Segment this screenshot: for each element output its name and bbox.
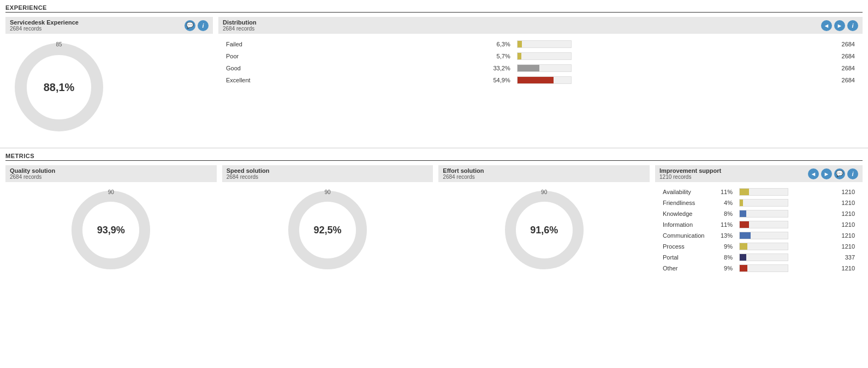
dist-bar bbox=[514, 38, 772, 50]
distribution-body: Failed 6,3% 2684 Poor 5,7% 2684 Good 33,… bbox=[218, 34, 863, 91]
dist-label: Failed bbox=[223, 38, 395, 50]
servicedesk-percentage: 88,1% bbox=[44, 81, 75, 94]
metrics-row: Quality solution 2684 records 93,9% 90 bbox=[5, 165, 863, 278]
improv-pct: 9% bbox=[714, 263, 736, 274]
improv-row: Availability 11% 1210 bbox=[659, 186, 858, 197]
improvement-table: Availability 11% 1210 Friendliness 4% 12… bbox=[659, 186, 858, 274]
improv-label: Availability bbox=[659, 186, 714, 197]
improv-comment-icon[interactable]: 💬 bbox=[834, 168, 845, 179]
effort-records: 2684 records bbox=[443, 174, 484, 180]
distribution-icons: ◄ ► i bbox=[821, 20, 858, 31]
experience-section: EXPERIENCE Servicedesk Experience 2684 r… bbox=[0, 0, 868, 148]
effort-marker: 90 bbox=[541, 189, 547, 195]
info-icon[interactable]: i bbox=[198, 20, 209, 31]
quality-body: 93,9% 90 bbox=[5, 182, 217, 278]
improv-bar bbox=[736, 263, 836, 274]
improv-bar bbox=[736, 219, 836, 230]
dist-back-icon[interactable]: ◄ bbox=[821, 20, 832, 31]
speed-records: 2684 records bbox=[227, 174, 270, 180]
distribution-card-header: Distribution 2684 records ◄ ► i bbox=[218, 17, 863, 34]
effort-body: 91,6% 90 bbox=[438, 182, 650, 278]
dist-forward-icon[interactable]: ► bbox=[834, 20, 845, 31]
improv-label: Portal bbox=[659, 252, 714, 263]
dist-bar bbox=[514, 74, 772, 86]
speed-body: 92,5% 90 bbox=[222, 182, 433, 278]
dist-count: 2684 bbox=[772, 74, 858, 86]
improv-label: Other bbox=[659, 263, 714, 274]
servicedesk-icons: 💬 i bbox=[185, 20, 209, 31]
improv-row: Communication 13% 1210 bbox=[659, 230, 858, 241]
improv-pct: 8% bbox=[714, 252, 736, 263]
distribution-records: 2684 records bbox=[223, 26, 257, 32]
dist-bar bbox=[514, 62, 772, 74]
dist-bar bbox=[514, 50, 772, 62]
quality-donut: 93,9% 90 bbox=[67, 186, 154, 274]
dist-label: Poor bbox=[223, 50, 395, 62]
servicedesk-records: 2684 records bbox=[10, 26, 79, 32]
speed-marker: 90 bbox=[324, 189, 330, 195]
improv-label: Knowledge bbox=[659, 208, 714, 219]
improv-bar bbox=[736, 208, 836, 219]
dist-count: 2684 bbox=[772, 38, 858, 50]
improv-info-icon[interactable]: i bbox=[847, 168, 858, 179]
improv-label: Communication bbox=[659, 230, 714, 241]
experience-header: EXPERIENCE bbox=[5, 4, 863, 13]
improvement-card-header: Improvement support 1210 records ◄ ► 💬 i bbox=[655, 165, 863, 182]
distribution-title: Distribution bbox=[223, 19, 257, 26]
servicedesk-donut: 88,1% 85 bbox=[10, 38, 108, 136]
effort-percentage: 91,6% bbox=[530, 225, 558, 236]
improv-pct: 11% bbox=[714, 219, 736, 230]
effort-title: Effort solution bbox=[443, 167, 484, 174]
effort-card: Effort solution 2684 records 91,6% 90 bbox=[438, 165, 650, 278]
dist-label: Good bbox=[223, 62, 395, 74]
speed-percentage: 92,5% bbox=[313, 225, 341, 236]
improv-count: 1210 bbox=[836, 219, 858, 230]
improv-bar bbox=[736, 186, 836, 197]
servicedesk-card-header: Servicedesk Experience 2684 records 💬 i bbox=[5, 17, 213, 34]
improv-pct: 13% bbox=[714, 230, 736, 241]
effort-card-header: Effort solution 2684 records bbox=[438, 165, 650, 182]
improvement-card: Improvement support 1210 records ◄ ► 💬 i… bbox=[655, 165, 863, 278]
experience-row: Servicedesk Experience 2684 records 💬 i bbox=[5, 17, 863, 142]
metrics-section: METRICS Quality solution 2684 records bbox=[0, 148, 868, 283]
improv-row: Other 9% 1210 bbox=[659, 263, 858, 274]
servicedesk-body: 88,1% 85 bbox=[5, 34, 213, 142]
speed-title: Speed solution bbox=[227, 167, 270, 174]
improv-pct: 11% bbox=[714, 186, 736, 197]
improv-count: 1210 bbox=[836, 263, 858, 274]
dist-info-icon[interactable]: i bbox=[847, 20, 858, 31]
improv-label: Process bbox=[659, 241, 714, 252]
servicedesk-card: Servicedesk Experience 2684 records 💬 i bbox=[5, 17, 213, 142]
quality-title: Quality solution bbox=[10, 167, 55, 174]
dist-pct: 54,9% bbox=[395, 74, 514, 86]
improv-bar bbox=[736, 241, 836, 252]
improv-row: Process 9% 1210 bbox=[659, 241, 858, 252]
improv-pct: 4% bbox=[714, 197, 736, 208]
speed-donut: 92,5% 90 bbox=[284, 186, 371, 274]
comment-icon[interactable]: 💬 bbox=[185, 20, 195, 31]
speed-card: Speed solution 2684 records 92,5% 90 bbox=[222, 165, 433, 278]
quality-card: Quality solution 2684 records 93,9% 90 bbox=[5, 165, 217, 278]
dist-pct: 6,3% bbox=[395, 38, 514, 50]
dist-count: 2684 bbox=[772, 62, 858, 74]
dist-row: Excellent 54,9% 2684 bbox=[223, 74, 858, 86]
servicedesk-title: Servicedesk Experience bbox=[10, 19, 79, 26]
improv-label: Friendliness bbox=[659, 197, 714, 208]
speed-card-header: Speed solution 2684 records bbox=[222, 165, 433, 182]
dist-pct: 33,2% bbox=[395, 62, 514, 74]
dist-count: 2684 bbox=[772, 50, 858, 62]
improv-pct: 8% bbox=[714, 208, 736, 219]
improv-count: 1210 bbox=[836, 230, 858, 241]
servicedesk-marker: 85 bbox=[56, 41, 62, 47]
dist-row: Failed 6,3% 2684 bbox=[223, 38, 858, 50]
improv-bar bbox=[736, 252, 836, 263]
quality-marker: 90 bbox=[108, 189, 114, 195]
improv-row: Portal 8% 337 bbox=[659, 252, 858, 263]
improv-count: 1210 bbox=[836, 186, 858, 197]
improv-forward-icon[interactable]: ► bbox=[821, 168, 832, 179]
improv-back-icon[interactable]: ◄ bbox=[808, 168, 819, 179]
distribution-card: Distribution 2684 records ◄ ► i Failed 6… bbox=[218, 17, 863, 142]
metrics-header: METRICS bbox=[5, 153, 863, 161]
improv-row: Friendliness 4% 1210 bbox=[659, 197, 858, 208]
quality-card-header: Quality solution 2684 records bbox=[5, 165, 217, 182]
